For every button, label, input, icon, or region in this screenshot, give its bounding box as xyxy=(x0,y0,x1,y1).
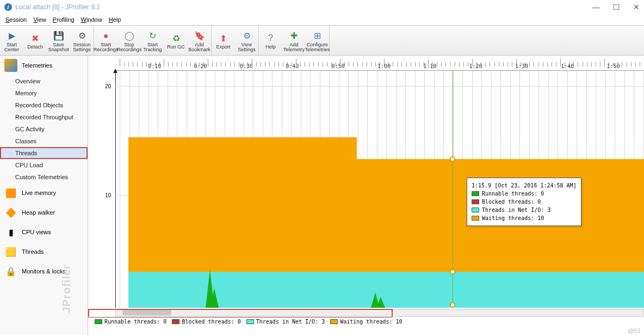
telemetries-label: Telemetries xyxy=(22,62,52,69)
cursor-dot[interactable] xyxy=(450,269,455,275)
start-recordings-label: Start Recordings xyxy=(94,42,119,52)
legend-text: Blocked threads: 0 xyxy=(182,319,240,325)
legend-swatch xyxy=(330,319,338,324)
sidebar-monitors-locks[interactable]: 🔒Monitors & locks xyxy=(0,261,88,281)
cpu-views-icon: ▮ xyxy=(4,226,17,239)
sidebar-item-recorded-objects[interactable]: Recorded Objects xyxy=(0,99,88,111)
sidebar-cpu-views[interactable]: ▮CPU views xyxy=(0,222,88,242)
sidebar-item-gc-activity[interactable]: GC Activity xyxy=(0,123,88,135)
start-recordings-button[interactable]: ●Start Recordings xyxy=(94,26,117,55)
sidebar-telemetries[interactable]: Telemetries xyxy=(0,56,88,75)
legend: Runnable threads: 0Blocked threads: 0Thr… xyxy=(88,316,644,326)
tooltip-row: Waiting threads: 10 xyxy=(472,214,577,222)
add-bookmark-icon: 🔖 xyxy=(194,30,206,42)
live-memory-icon: 🟧 xyxy=(4,186,17,199)
scrollbar-thumb[interactable] xyxy=(122,310,171,315)
tooltip-swatch xyxy=(472,191,479,196)
sidebar-item-recorded-throughput[interactable]: Recorded Throughput xyxy=(0,111,88,123)
close-button[interactable]: ✕ xyxy=(633,3,640,11)
tooltip-header: 1:15.9 [Oct 23, 2016 1:24:58 AM] xyxy=(472,181,577,190)
start-recordings-icon: ● xyxy=(100,30,112,42)
maximize-button[interactable]: ☐ xyxy=(613,3,620,11)
view-settings-label: View Settings xyxy=(238,42,256,52)
legend-text: Threads in Net I/O: 3 xyxy=(256,319,325,325)
heap-walker-label: Heap walker xyxy=(22,209,55,216)
time-tick-label: 0:30 xyxy=(240,63,253,69)
add-telemetry-button[interactable]: ✚Add Telemetry xyxy=(282,26,306,55)
runnable-spike xyxy=(210,288,219,308)
menu-bar: Session View Profiling Window Help xyxy=(0,14,644,25)
tooltip-swatch xyxy=(472,216,479,221)
run-gc-button[interactable]: ♻Run GC xyxy=(164,26,188,55)
menu-help[interactable]: Help xyxy=(107,15,123,24)
save-snapshot-button[interactable]: 💾Save Snapshot xyxy=(47,26,70,55)
menu-view[interactable]: View xyxy=(31,15,48,24)
save-snapshot-icon: 💾 xyxy=(53,30,65,42)
save-snapshot-label: Save Snapshot xyxy=(48,42,69,52)
add-bookmark-label: Add Bookmark xyxy=(188,42,210,52)
legend-text: Runnable threads: 0 xyxy=(104,319,166,325)
y-tick-20: 20 xyxy=(105,83,111,89)
stop-recordings-button[interactable]: ◯Stop Recordings xyxy=(117,26,141,55)
sidebar-item-classes[interactable]: Classes xyxy=(0,135,88,147)
sidebar-live-memory[interactable]: 🟧Live memory xyxy=(0,183,88,203)
view-settings-button[interactable]: ⚙View Settings xyxy=(235,26,258,55)
session-settings-button[interactable]: ⚙Session Settings xyxy=(70,26,94,55)
tooltip-row: Blocked threads: 0 xyxy=(472,198,577,206)
time-tick-label: 1:40 xyxy=(561,63,574,69)
horizontal-scrollbar[interactable] xyxy=(115,309,644,316)
plot-area[interactable]: 1:15.9 [Oct 23, 2016 1:24:58 AM]Runnable… xyxy=(115,71,644,308)
add-bookmark-button[interactable]: 🔖Add Bookmark xyxy=(188,26,211,55)
telemetries-icon xyxy=(4,59,17,72)
configure-telemetries-button[interactable]: ⊞Configure Telemetries xyxy=(306,26,329,55)
app-icon: i xyxy=(4,3,12,11)
help-button[interactable]: ?Help xyxy=(259,26,282,55)
export-button[interactable]: ⬆Export xyxy=(212,26,235,55)
minimize-button[interactable]: — xyxy=(592,3,600,11)
stop-recordings-icon: ◯ xyxy=(123,30,135,42)
sidebar-heap-walker[interactable]: 🔶Heap walker xyxy=(0,203,88,222)
tooltip-swatch xyxy=(472,208,479,212)
y-axis: 20 10 xyxy=(88,71,115,308)
start-tracking-icon: ↻ xyxy=(147,30,159,42)
cpu-views-label: CPU views xyxy=(22,229,51,235)
detach-button[interactable]: ✖Detach xyxy=(23,26,47,55)
export-label: Export xyxy=(216,45,230,50)
sidebar-item-overview[interactable]: Overview xyxy=(0,75,88,87)
stop-recordings-label: Stop Recordings xyxy=(117,42,142,52)
run-gc-icon: ♻ xyxy=(170,32,182,44)
menu-window[interactable]: Window xyxy=(79,15,104,24)
chart-tooltip: 1:15.9 [Oct 23, 2016 1:24:58 AM]Runnable… xyxy=(467,178,581,226)
legend-swatch xyxy=(95,319,102,324)
timeline-ruler: 0:100:200:300:400:501:001:101:201:301:40… xyxy=(115,56,644,71)
session-settings-label: Session Settings xyxy=(73,42,91,52)
cursor-dot[interactable] xyxy=(450,156,455,162)
sidebar-item-custom-telemetries[interactable]: Custom Telemetries xyxy=(0,171,88,183)
start-tracking-button[interactable]: ↻Start Tracking xyxy=(141,26,164,55)
configure-telemetries-label: Configure Telemetries xyxy=(305,42,330,52)
legend-swatch xyxy=(246,319,254,324)
cursor-dot[interactable] xyxy=(450,302,455,308)
monitors-locks-icon: 🔒 xyxy=(4,265,17,278)
start-center-button[interactable]: ▶Start Center xyxy=(0,26,23,55)
session-settings-icon: ⚙ xyxy=(76,30,88,42)
legend-item: Blocked threads: 0 xyxy=(172,319,240,325)
sidebar: TelemetriesOverviewMemoryRecorded Object… xyxy=(0,56,88,335)
threads-label: Threads xyxy=(22,248,44,255)
add-telemetry-icon: ✚ xyxy=(288,30,300,42)
time-tick-label: 1:20 xyxy=(469,63,482,69)
time-tick-label: 1:30 xyxy=(515,63,528,69)
sidebar-threads[interactable]: 🟨Threads xyxy=(0,242,88,261)
threads-icon: 🟨 xyxy=(4,245,17,258)
menu-session[interactable]: Session xyxy=(3,15,29,24)
menu-profiling[interactable]: Profiling xyxy=(51,15,77,24)
sidebar-item-cpu-load[interactable]: CPU Load xyxy=(0,159,88,171)
sidebar-item-memory[interactable]: Memory xyxy=(0,87,88,99)
sidebar-item-threads[interactable]: Threads xyxy=(0,147,88,159)
live-memory-label: Live memory xyxy=(22,190,56,196)
detach-icon: ✖ xyxy=(29,32,41,44)
help-icon: ? xyxy=(265,32,277,44)
view-settings-icon: ⚙ xyxy=(241,30,253,42)
legend-swatch xyxy=(172,319,179,324)
legend-text: Waiting threads: 10 xyxy=(340,319,402,325)
